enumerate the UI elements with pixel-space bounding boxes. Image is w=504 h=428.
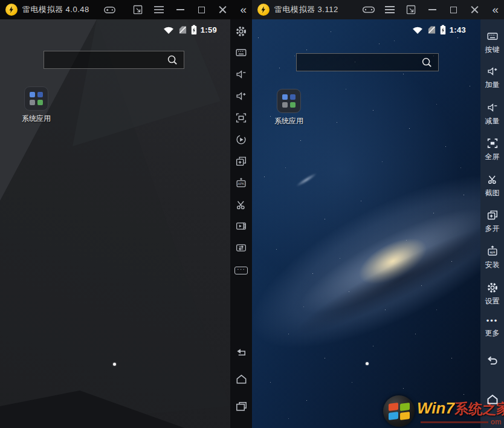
titlebar-actions-right bbox=[361, 2, 482, 17]
battery-charging-icon bbox=[440, 25, 446, 35]
folder-icon bbox=[24, 86, 48, 111]
toolbar-item-screenshot[interactable]: 截图 bbox=[480, 172, 504, 198]
window-title: 雷电模拟器 3.112 bbox=[274, 4, 338, 15]
battery-charging-icon bbox=[191, 25, 197, 35]
minimize-button[interactable] bbox=[173, 2, 187, 17]
folder-system-apps[interactable]: 系统应用 bbox=[270, 89, 308, 126]
keyboard-icon bbox=[485, 29, 500, 44]
screen-record-icon[interactable] bbox=[234, 219, 248, 233]
more-icon[interactable]: ··· bbox=[234, 263, 248, 277]
search-input[interactable] bbox=[297, 54, 421, 71]
toolbar-item-volume-down[interactable]: 减量 bbox=[480, 100, 504, 126]
volume-down-icon[interactable] bbox=[234, 67, 248, 82]
volume-up-icon bbox=[485, 64, 500, 79]
multi-instance-icon[interactable] bbox=[234, 154, 248, 169]
search-icon[interactable] bbox=[167, 54, 178, 66]
close-button[interactable] bbox=[215, 2, 230, 17]
gamepad-keymapping-icon[interactable] bbox=[361, 2, 376, 17]
sync-rotate-icon[interactable] bbox=[234, 132, 248, 147]
screenshot-scissors-icon[interactable] bbox=[234, 198, 248, 212]
folder-system-apps[interactable]: 系统应用 bbox=[17, 86, 56, 124]
resize-window-icon[interactable] bbox=[404, 2, 418, 17]
search-icon[interactable] bbox=[421, 57, 433, 68]
menu-icon[interactable] bbox=[152, 2, 166, 17]
install-apk-icon: apk bbox=[485, 244, 500, 259]
settings-icon[interactable] bbox=[234, 24, 248, 39]
toolbar-item-fullscreen[interactable]: 全屏 bbox=[480, 136, 504, 162]
mini-app-icon bbox=[30, 92, 35, 97]
menu-icon[interactable] bbox=[383, 2, 397, 17]
wifi-icon bbox=[412, 25, 424, 34]
toolbar-right: 按键 加量 减量 bbox=[480, 19, 504, 428]
mini-app-icon bbox=[30, 100, 35, 105]
mini-app-icon bbox=[290, 94, 296, 100]
toolbar-left: APK bbox=[230, 19, 252, 428]
maximize-button[interactable] bbox=[194, 2, 208, 17]
back-icon[interactable] bbox=[234, 345, 248, 360]
home-button[interactable] bbox=[480, 392, 504, 407]
gamepad-keymapping-icon[interactable] bbox=[102, 2, 117, 17]
android-screen-left: 1:59 系统应用 bbox=[0, 19, 230, 428]
svg-text:apk: apk bbox=[489, 250, 495, 254]
toolbar-item-label: 加量 bbox=[485, 80, 500, 90]
titlebar-actions-left bbox=[102, 2, 230, 17]
mini-app-icon bbox=[290, 102, 296, 108]
no-sim-icon bbox=[427, 25, 436, 34]
keyboard-icon[interactable] bbox=[234, 45, 248, 60]
collapse-toolbar-button[interactable]: « bbox=[492, 4, 499, 16]
close-button[interactable] bbox=[467, 2, 482, 17]
toolbar-item-volume-up[interactable]: 加量 bbox=[480, 64, 504, 90]
fullscreen-icon bbox=[485, 136, 500, 151]
volume-up-icon[interactable] bbox=[234, 89, 248, 103]
window-title: 雷电模拟器 4.0.48 bbox=[22, 4, 89, 15]
recent-apps-icon[interactable] bbox=[234, 399, 248, 413]
titlebar-left: 雷电模拟器 4.0.48 bbox=[0, 0, 252, 19]
maximize-button[interactable] bbox=[446, 2, 460, 17]
resize-window-icon[interactable] bbox=[131, 2, 145, 17]
collapse-toolbar-button[interactable]: « bbox=[240, 4, 247, 16]
toolbar-item-label: 截图 bbox=[485, 188, 500, 198]
status-bar: 1:59 bbox=[163, 22, 217, 37]
mini-app-icon bbox=[282, 94, 288, 100]
toolbar-item-label: 安装 bbox=[485, 260, 500, 270]
titlebar-right: 雷电模拟器 3.112 bbox=[252, 0, 504, 19]
search-bar bbox=[44, 51, 184, 69]
home-icon[interactable] bbox=[234, 372, 248, 386]
toolbar-item-multi-instance[interactable]: 多开 bbox=[480, 208, 504, 234]
svg-text:APK: APK bbox=[237, 182, 244, 186]
clock-text: 1:59 bbox=[201, 25, 217, 34]
home-icon bbox=[485, 392, 500, 407]
toolbar-item-settings[interactable]: 设置 bbox=[480, 280, 504, 306]
app-logo-icon bbox=[257, 4, 270, 16]
mini-app-icon bbox=[37, 92, 43, 97]
minimize-button[interactable] bbox=[425, 2, 439, 17]
emulator-window-right: 雷电模拟器 3.112 bbox=[252, 0, 504, 428]
settings-gear-icon bbox=[485, 280, 500, 295]
app-logo-icon bbox=[5, 4, 18, 16]
mini-app-icon bbox=[37, 100, 43, 105]
toolbar-item-install-apk[interactable]: apk 安装 bbox=[480, 244, 504, 270]
fullscreen-icon[interactable] bbox=[234, 111, 248, 125]
mini-app-icon bbox=[282, 102, 288, 108]
toolbar-item-label: 多开 bbox=[485, 224, 500, 234]
file-transfer-icon[interactable] bbox=[234, 241, 248, 255]
toolbar-item-more[interactable]: ••• 更多 bbox=[480, 319, 504, 339]
toolbar-item-label: 设置 bbox=[485, 296, 500, 306]
toolbar-item-label: 更多 bbox=[485, 328, 500, 339]
toolbar-item-keymapping[interactable]: 按键 bbox=[480, 29, 504, 55]
multi-instance-icon bbox=[485, 208, 500, 222]
toolbar-item-label: 减量 bbox=[485, 116, 500, 126]
stars bbox=[252, 19, 253, 20]
page-indicator-dot bbox=[113, 363, 116, 366]
more-dots-icon: ••• bbox=[485, 319, 500, 327]
status-bar: 1:43 bbox=[412, 22, 466, 37]
back-button[interactable] bbox=[480, 354, 504, 368]
install-apk-icon[interactable]: APK bbox=[234, 176, 248, 190]
page-indicator-dot bbox=[366, 362, 369, 365]
emulator-window-left: 雷电模拟器 4.0.48 bbox=[0, 0, 252, 428]
folder-label: 系统应用 bbox=[274, 116, 303, 126]
search-input[interactable] bbox=[44, 51, 167, 68]
folder-label: 系统应用 bbox=[22, 114, 51, 124]
screen: 雷电模拟器 4.0.48 bbox=[0, 0, 504, 428]
no-sim-icon bbox=[178, 25, 187, 34]
